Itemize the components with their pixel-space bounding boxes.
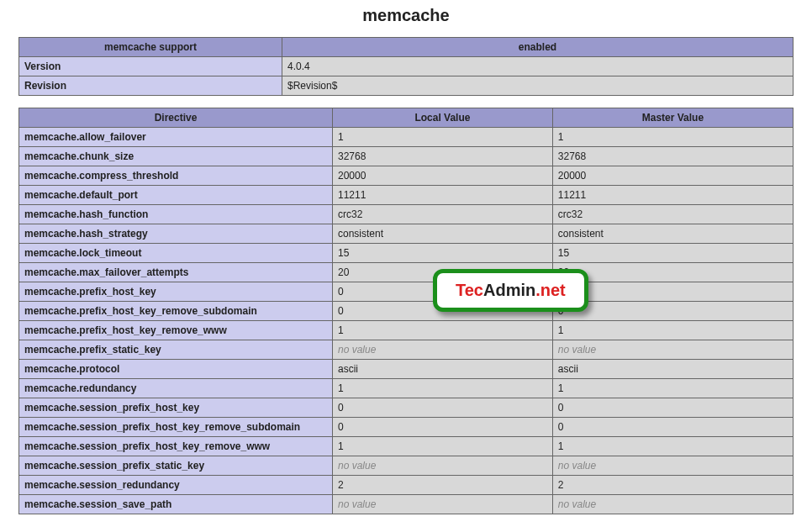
table-row: memcache.prefix_host_key00 [19, 282, 794, 302]
master-value: 1 [552, 379, 793, 398]
config-header-master: Master Value [552, 108, 793, 128]
table-row: memcache.session_prefix_host_key_remove_… [19, 437, 794, 456]
watermark-tec: Tec [456, 281, 483, 299]
local-value: 1 [333, 321, 553, 340]
master-value: 32768 [552, 147, 793, 166]
table-row: memcache.chunk_size3276832768 [19, 147, 794, 166]
table-row: memcache.protocolasciiascii [19, 360, 794, 379]
local-value: 11211 [333, 186, 553, 205]
watermark-admin: Admin [483, 281, 535, 299]
local-value: no value [333, 340, 553, 360]
directive-name: memcache.redundancy [19, 379, 333, 398]
watermark-badge: TecAdmin.net [433, 269, 588, 312]
master-value: no value [552, 495, 793, 514]
config-header-local: Local Value [333, 108, 553, 128]
info-key: Revision [19, 76, 282, 96]
directive-name: memcache.session_redundancy [19, 476, 333, 495]
directive-name: memcache.prefix_host_key [19, 282, 333, 302]
master-value: 0 [552, 418, 793, 437]
directive-name: memcache.compress_threshold [19, 166, 333, 186]
master-value: 0 [552, 302, 793, 321]
master-value: consistent [552, 224, 793, 244]
directive-name: memcache.max_failover_attempts [19, 263, 333, 282]
info-table: memcache support enabled Version4.0.4Rev… [18, 37, 794, 96]
local-value: no value [333, 456, 553, 476]
directive-name: memcache.hash_strategy [19, 224, 333, 244]
directive-name: memcache.prefix_static_key [19, 340, 333, 360]
page-title: memcache [18, 6, 794, 25]
table-row: memcache.redundancy11 [19, 379, 794, 398]
table-row: memcache.session_redundancy22 [19, 476, 794, 495]
table-row: memcache.hash_functioncrc32crc32 [19, 205, 794, 224]
master-value: crc32 [552, 205, 793, 224]
local-value: crc32 [333, 205, 553, 224]
info-header-enabled: enabled [282, 38, 794, 57]
table-row: memcache.session_save_pathno valueno val… [19, 495, 794, 514]
directive-name: memcache.session_save_path [19, 495, 333, 514]
local-value: 1 [333, 128, 553, 147]
table-row: memcache.compress_threshold2000020000 [19, 166, 794, 186]
table-row: memcache.prefix_host_key_remove_subdomai… [19, 302, 794, 321]
directive-name: memcache.chunk_size [19, 147, 333, 166]
watermark-net: .net [535, 281, 566, 299]
info-value: 4.0.4 [282, 57, 794, 76]
table-row: memcache.session_prefix_static_keyno val… [19, 456, 794, 476]
info-value: $Revision$ [282, 76, 794, 96]
master-value: 15 [552, 244, 793, 263]
master-value: 0 [552, 282, 793, 302]
local-value: 32768 [333, 147, 553, 166]
local-value: ascii [333, 360, 553, 379]
local-value: 15 [333, 244, 553, 263]
master-value: 11211 [552, 186, 793, 205]
directive-name: memcache.protocol [19, 360, 333, 379]
table-row: Version4.0.4 [19, 57, 794, 76]
directive-name: memcache.prefix_host_key_remove_subdomai… [19, 302, 333, 321]
local-value: 2 [333, 476, 553, 495]
local-value: consistent [333, 224, 553, 244]
local-value: 20000 [333, 166, 553, 186]
table-row: memcache.prefix_host_key_remove_www11 [19, 321, 794, 340]
directive-name: memcache.prefix_host_key_remove_www [19, 321, 333, 340]
local-value: 0 [333, 418, 553, 437]
info-header-support: memcache support [19, 38, 282, 57]
directive-name: memcache.lock_timeout [19, 244, 333, 263]
local-value: 1 [333, 379, 553, 398]
master-value: ascii [552, 360, 793, 379]
directive-name: memcache.default_port [19, 186, 333, 205]
config-table: Directive Local Value Master Value memca… [18, 108, 794, 514]
directive-name: memcache.allow_failover [19, 128, 333, 147]
config-header-directive: Directive [19, 108, 333, 128]
master-value: no value [552, 340, 793, 360]
local-value: no value [333, 495, 553, 514]
master-value: 2 [552, 476, 793, 495]
master-value: no value [552, 456, 793, 476]
directive-name: memcache.session_prefix_static_key [19, 456, 333, 476]
directive-name: memcache.session_prefix_host_key [19, 398, 333, 418]
master-value: 1 [552, 437, 793, 456]
master-value: 1 [552, 128, 793, 147]
master-value: 20000 [552, 166, 793, 186]
directive-name: memcache.session_prefix_host_key_remove_… [19, 418, 333, 437]
directive-name: memcache.session_prefix_host_key_remove_… [19, 437, 333, 456]
table-row: memcache.lock_timeout1515 [19, 244, 794, 263]
directive-name: memcache.hash_function [19, 205, 333, 224]
master-value: 1 [552, 321, 793, 340]
master-value: 20 [552, 263, 793, 282]
table-row: memcache.default_port1121111211 [19, 186, 794, 205]
info-key: Version [19, 57, 282, 76]
table-row: memcache.max_failover_attempts2020 [19, 263, 794, 282]
master-value: 0 [552, 398, 793, 418]
table-row: memcache.session_prefix_host_key00 [19, 398, 794, 418]
table-row: memcache.session_prefix_host_key_remove_… [19, 418, 794, 437]
table-row: memcache.prefix_static_keyno valueno val… [19, 340, 794, 360]
local-value: 1 [333, 437, 553, 456]
table-row: memcache.hash_strategyconsistentconsiste… [19, 224, 794, 244]
table-row: Revision$Revision$ [19, 76, 794, 96]
table-row: memcache.allow_failover11 [19, 128, 794, 147]
local-value: 0 [333, 398, 553, 418]
